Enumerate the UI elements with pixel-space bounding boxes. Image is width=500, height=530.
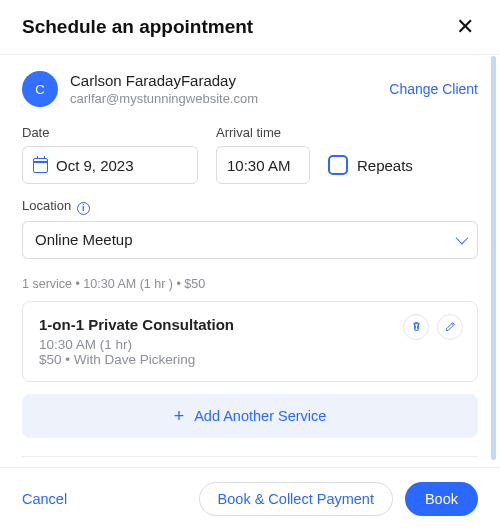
chevron-down-icon (456, 232, 469, 245)
book-button[interactable]: Book (405, 482, 478, 516)
client-avatar: C (22, 71, 58, 107)
info-icon[interactable]: i (77, 202, 90, 215)
date-field: Date Oct 9, 2023 (22, 125, 198, 184)
time-field: Arrival time 10:30 AM (216, 125, 310, 184)
time-label: Arrival time (216, 125, 310, 140)
repeats-field: Repeats (328, 146, 413, 184)
cancel-button[interactable]: Cancel (22, 491, 67, 507)
datetime-row: Date Oct 9, 2023 Arrival time 10:30 AM R… (22, 125, 478, 184)
date-label: Date (22, 125, 198, 140)
edit-service-button[interactable] (437, 314, 463, 340)
close-icon[interactable]: ✕ (452, 14, 478, 40)
service-price-staff: $50 • With Dave Pickering (39, 352, 461, 367)
client-row: C Carlson FaradayFaraday carlfar@mystunn… (22, 71, 478, 107)
add-service-label: Add Another Service (194, 408, 326, 424)
change-client-link[interactable]: Change Client (389, 81, 478, 97)
time-input[interactable]: 10:30 AM (216, 146, 310, 184)
calendar-icon (33, 158, 48, 173)
location-field: Location i Online Meetup (22, 198, 478, 259)
repeats-checkbox[interactable] (328, 155, 348, 175)
service-card: 1-on-1 Private Consultation 10:30 AM (1 … (22, 301, 478, 382)
trash-icon (410, 320, 423, 333)
location-label-text: Location (22, 198, 71, 213)
location-value: Online Meetup (35, 231, 133, 248)
plus-icon: + (174, 407, 185, 425)
delete-service-button[interactable] (403, 314, 429, 340)
pencil-icon (444, 320, 457, 333)
modal-header: Schedule an appointment ✕ (0, 0, 500, 55)
services-summary: 1 service • 10:30 AM (1 hr ) • $50 (22, 277, 478, 291)
schedule-appointment-modal: Schedule an appointment ✕ C Carlson Fara… (0, 0, 500, 530)
modal-content: C Carlson FaradayFaraday carlfar@mystunn… (0, 55, 500, 467)
section-divider (22, 456, 478, 457)
date-value: Oct 9, 2023 (56, 157, 134, 174)
add-service-button[interactable]: + Add Another Service (22, 394, 478, 438)
location-label: Location i (22, 198, 478, 215)
date-input[interactable]: Oct 9, 2023 (22, 146, 198, 184)
service-card-actions (403, 314, 463, 340)
client-info: Carlson FaradayFaraday carlfar@mystunnin… (70, 71, 377, 107)
modal-title: Schedule an appointment (22, 16, 253, 38)
location-select[interactable]: Online Meetup (22, 221, 478, 259)
book-collect-payment-button[interactable]: Book & Collect Payment (199, 482, 393, 516)
time-value: 10:30 AM (227, 157, 290, 174)
service-time: 10:30 AM (1 hr) (39, 337, 461, 352)
modal-footer: Cancel Book & Collect Payment Book (0, 467, 500, 530)
client-name: Carlson FaradayFaraday (70, 71, 377, 91)
client-email: carlfar@mystunningwebsite.com (70, 91, 377, 108)
repeats-label: Repeats (357, 157, 413, 174)
service-title: 1-on-1 Private Consultation (39, 316, 461, 333)
